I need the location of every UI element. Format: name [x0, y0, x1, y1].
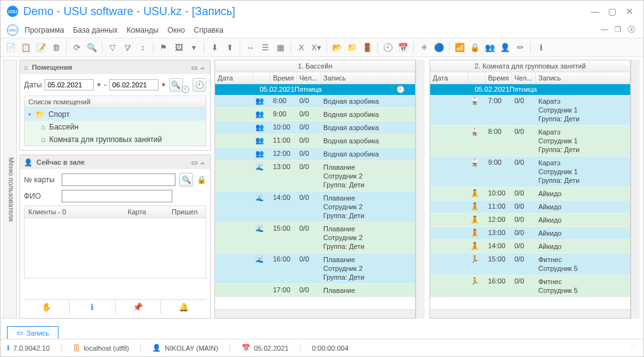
date-to-input[interactable] [109, 79, 158, 91]
card-input[interactable] [62, 173, 175, 186]
col-people[interactable]: Чел... [512, 72, 536, 84]
col-people[interactable]: Чел... [297, 72, 321, 84]
panel-collapse-icon[interactable]: ▭ ⫠ [191, 63, 206, 72]
col-time[interactable]: Время [270, 72, 297, 84]
schedule-row[interactable]: 👥8:000/0Водная аэробика [215, 95, 415, 108]
tb-image-dd-icon[interactable]: ▾ [187, 41, 200, 54]
tb-excel-icon[interactable]: X [295, 41, 308, 54]
panel-collapse-icon[interactable]: ▭ ⫠ [191, 158, 206, 167]
tb-sort-icon[interactable]: ↕ [136, 41, 149, 54]
schedule-row[interactable]: 🧘10:000/0Айкидо [430, 187, 630, 200]
col-date[interactable]: Дата [430, 72, 468, 84]
tb-clock-icon[interactable]: 🕘 [382, 41, 394, 54]
tb-users-icon[interactable]: 👥 [484, 41, 496, 54]
tb-excel2-icon[interactable]: X▾ [310, 41, 323, 54]
sched1-hscroll[interactable] [215, 309, 415, 318]
tb-globe-icon[interactable]: 🔵 [433, 41, 445, 54]
tab-record[interactable]: ▭ Запись [7, 326, 58, 339]
col-time[interactable]: Время [486, 72, 512, 84]
tb-rss-icon[interactable]: 📶 [453, 41, 466, 54]
col-record[interactable]: Запись [321, 72, 415, 84]
hand-button[interactable]: ✋ [24, 300, 70, 314]
col-came[interactable]: Пришел [168, 206, 206, 217]
tree-item-pool[interactable]: ⌂ Бассейн [25, 121, 206, 133]
tb-export-icon[interactable]: ⬆ [223, 41, 236, 54]
lock-icon[interactable]: 🔒 [197, 175, 206, 184]
mdi-close-button[interactable]: ⓧ [626, 25, 637, 35]
tb-new-icon[interactable]: 📄 [4, 41, 17, 54]
tb-search-icon[interactable]: 🔍 [86, 41, 98, 54]
sched2-vscroll[interactable] [631, 60, 640, 319]
tb-open-icon[interactable]: 📂 [331, 41, 343, 54]
col-card[interactable]: Карта [124, 206, 168, 217]
menu-help[interactable]: Справка [194, 26, 223, 35]
schedule-row[interactable]: 👥10:000/0Водная аэробика [215, 121, 415, 135]
tb-user-icon[interactable]: 👤 [499, 41, 511, 54]
tb-copy-icon[interactable]: 📋 [19, 41, 32, 54]
schedule-row[interactable]: 🌊16:000/0ПлаваниеСотрудник 2Группа: Дети [215, 253, 415, 284]
tb-refresh-icon[interactable]: ⟳ [70, 41, 83, 54]
close-button[interactable]: ✕ [622, 6, 637, 16]
date-from-dd-icon[interactable]: ▼ [96, 82, 102, 88]
info-button[interactable]: ℹ [70, 300, 116, 314]
tb-filter-clear-icon[interactable]: ▽̷ [121, 41, 134, 54]
schedule-row[interactable]: 🥋7:000/0КаратэСотрудник 1Группа: Дети [430, 95, 630, 126]
resize-grip-icon[interactable]: ⋰ [629, 344, 637, 352]
clients-grid[interactable] [24, 218, 206, 278]
bell-button[interactable]: 🔔 [161, 300, 206, 314]
schedule-row[interactable]: 👥11:000/0Водная аэробика [215, 135, 415, 148]
tree-item-grouproom[interactable]: ⌂ Комната для групповых занятий [25, 133, 206, 146]
tb-folder-icon[interactable]: 📁 [346, 41, 358, 54]
pin-button[interactable]: 📌 [116, 300, 162, 314]
tb-exit-icon[interactable]: 🚪 [361, 41, 374, 54]
user-menu-tab[interactable]: Меню пользователя [3, 60, 17, 319]
schedule-row[interactable]: 👥12:000/0Водная аэробика [215, 148, 415, 161]
sched1-vscroll[interactable] [416, 60, 425, 319]
tb-star-icon[interactable]: ✳ [418, 41, 430, 54]
date-to-dd-icon[interactable]: ▼ [161, 82, 167, 88]
tb-wand-icon[interactable]: ✏ [514, 41, 526, 54]
schedule-row[interactable]: 🏃16:000/0ФитнесСотрудник 5 [430, 275, 630, 297]
tb-lock-icon[interactable]: 🔒 [469, 41, 481, 54]
minimize-button[interactable]: — [587, 6, 602, 16]
tb-image-icon[interactable]: 🖼 [172, 41, 185, 54]
schedule-row[interactable]: 🌊15:000/0ПлаваниеСотрудник 2Группа: Дети [215, 222, 415, 253]
schedule-row[interactable]: 🧘14:000/0Айкидо [430, 240, 630, 253]
schedule-row[interactable]: 🥋9:000/0КаратэСотрудник 1Группа: Дети [430, 157, 630, 187]
tree-root-sport[interactable]: ▾ 📁 Спорт [25, 108, 206, 121]
card-search-button[interactable]: 🔍 [179, 173, 193, 187]
col-date[interactable]: Дата [215, 72, 253, 84]
schedule-row[interactable]: 🧘11:000/0Айкидо [430, 200, 630, 214]
schedule-row[interactable]: 🧘12:000/0Айкидо [430, 214, 630, 227]
date-from-input[interactable] [45, 79, 94, 91]
menu-program[interactable]: Программа [25, 26, 64, 35]
schedule-row[interactable]: 🥋8:000/0КаратэСотрудник 1Группа: Дети [430, 126, 630, 157]
sched1-daybar[interactable]: 🕘 05.02.2021 Пятница [215, 84, 415, 95]
menu-window[interactable]: Окно [167, 26, 185, 35]
mdi-minimize-button[interactable]: — [599, 25, 610, 34]
menu-logo-icon[interactable]: usu [7, 25, 18, 36]
tree-collapse-icon[interactable]: ▾ [28, 111, 31, 118]
mdi-restore-button[interactable]: ❐ [613, 25, 624, 34]
sched1-rows[interactable]: 👥8:000/0Водная аэробика👥9:000/0Водная аэ… [215, 95, 415, 309]
tb-flag-icon[interactable]: ⚑ [157, 41, 170, 54]
tb-delete-icon[interactable]: 🗑 [50, 41, 62, 54]
tb-grid-icon[interactable]: ▦ [274, 41, 287, 54]
schedule-row[interactable]: 🌊13:000/0ПлаваниеСотрудник 2Группа: Дети [215, 161, 415, 192]
schedule-row[interactable]: 🧘13:000/0Айкидо [430, 227, 630, 240]
sched2-daybar[interactable]: 🕘 05.02.2021 Пятница [430, 84, 630, 95]
tb-tree-icon[interactable]: ☰ [259, 41, 272, 54]
tb-filter-icon[interactable]: ▽ [106, 41, 119, 54]
maximize-button[interactable]: ▢ [605, 6, 620, 16]
tb-calendar-icon[interactable]: 📅 [397, 41, 409, 54]
sched2-rows[interactable]: 🥋7:000/0КаратэСотрудник 1Группа: Дети🥋8:… [430, 95, 630, 309]
menu-commands[interactable]: Команды [126, 26, 158, 35]
fio-input[interactable] [62, 190, 172, 202]
sched2-hscroll[interactable] [430, 309, 630, 318]
menu-database[interactable]: База данных [73, 26, 118, 35]
schedule-row[interactable]: 🌊14:000/0ПлаваниеСотрудник 2Группа: Дети [215, 192, 415, 222]
schedule-row[interactable]: 17:000/0Плавание [215, 284, 415, 297]
schedule-row[interactable]: 🏃15:000/0ФитнесСотрудник 5 [430, 253, 630, 275]
col-record[interactable]: Запись [536, 72, 630, 84]
tb-edit-icon[interactable]: 📝 [35, 41, 47, 54]
